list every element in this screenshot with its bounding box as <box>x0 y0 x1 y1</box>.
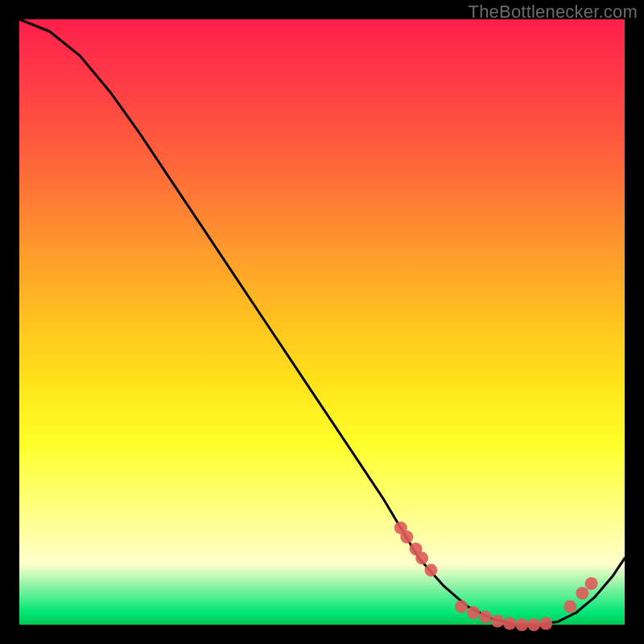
curve-marker <box>424 564 437 576</box>
curve-marker <box>503 617 516 630</box>
curve-marker <box>576 587 588 600</box>
curve-marker <box>585 577 598 590</box>
curve-marker <box>527 618 540 631</box>
curve-marker <box>539 617 552 630</box>
curve-layer <box>19 19 625 625</box>
curve-marker <box>455 600 468 613</box>
curve-marker <box>491 615 504 628</box>
bottleneck-curve <box>19 19 625 625</box>
curve-marker <box>467 606 480 619</box>
marker-group <box>394 522 598 631</box>
watermark-text: TheBottlenecker.com <box>469 2 638 23</box>
curve-marker <box>415 551 428 564</box>
plot-area <box>19 19 625 625</box>
chart-container: TheBottlenecker.com <box>0 0 644 644</box>
curve-marker <box>564 600 576 613</box>
curve-marker <box>400 530 413 543</box>
curve-marker <box>515 618 528 631</box>
curve-marker <box>479 610 492 623</box>
